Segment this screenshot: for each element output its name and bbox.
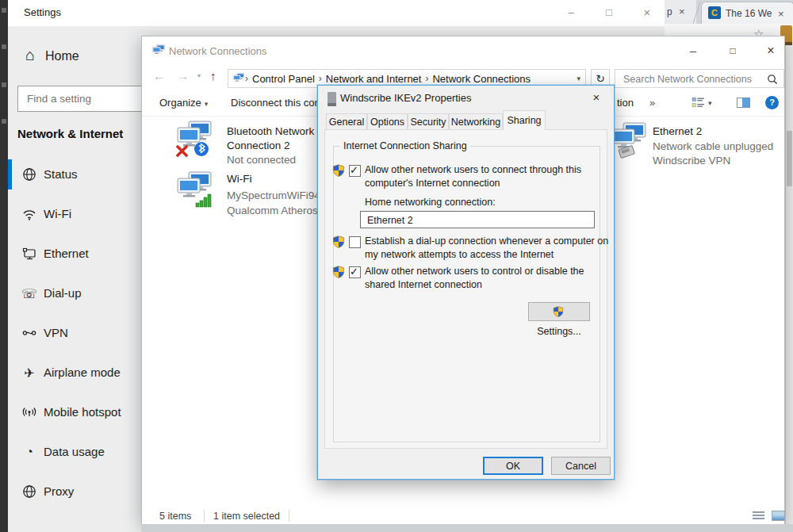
globe-icon bbox=[19, 472, 40, 511]
location-icon bbox=[232, 73, 245, 85]
sidebar-item-dialup[interactable]: ☏ Dial-up bbox=[8, 274, 141, 313]
browser-page-edge bbox=[785, 45, 793, 524]
breadcrumb-item[interactable]: Control Panel bbox=[252, 73, 315, 85]
tab-sharing[interactable]: Sharing bbox=[503, 110, 546, 130]
hotspot-icon bbox=[19, 392, 40, 432]
allow-control-checkbox[interactable] bbox=[349, 266, 361, 278]
status-bar: 5 items 1 item selected bbox=[142, 507, 784, 524]
close-icon[interactable]: × bbox=[679, 6, 685, 17]
allow-connect-checkbox[interactable] bbox=[349, 165, 361, 177]
search-input[interactable] bbox=[25, 92, 140, 105]
wifi-icon bbox=[19, 194, 40, 234]
internet-connection-sharing-group: Internet Connection Sharing bbox=[333, 146, 600, 442]
dialup-on-demand-checkbox[interactable] bbox=[349, 236, 361, 248]
background-window-edge bbox=[0, 0, 8, 532]
history-dropdown-icon[interactable]: ▾ bbox=[197, 72, 201, 79]
tab-general[interactable]: General bbox=[326, 113, 367, 129]
close-icon[interactable]: × bbox=[634, 3, 661, 22]
sidebar-item-vpn[interactable]: VPN bbox=[8, 313, 141, 353]
dialog-icon bbox=[328, 92, 336, 106]
dialog-title: Windscribe IKEv2 Properties bbox=[340, 92, 471, 104]
view-list-icon[interactable] bbox=[691, 97, 705, 112]
find-setting-searchbox[interactable] bbox=[17, 86, 143, 112]
settings-button[interactable]: Settings... bbox=[528, 302, 590, 321]
overflow-icon[interactable]: » bbox=[649, 97, 655, 109]
pc-ethernet-icon bbox=[610, 122, 648, 162]
help-icon[interactable]: ? bbox=[765, 96, 779, 109]
maximize-icon[interactable]: □ bbox=[596, 3, 623, 22]
screen: Settings – □ × ⌂ Home Network & Internet… bbox=[0, 0, 793, 532]
tab-security[interactable]: Security bbox=[408, 113, 449, 129]
settings-window-title: Settings bbox=[24, 6, 61, 18]
close-icon[interactable]: × bbox=[778, 8, 784, 20]
settings-titlebar[interactable]: Settings – □ × bbox=[8, 0, 665, 26]
phone-icon: ☏ bbox=[19, 274, 40, 313]
uac-shield-icon bbox=[332, 235, 345, 248]
explorer-window-title: Network Connections bbox=[169, 45, 267, 57]
sidebar-item-airplane-mode[interactable]: ✈ Airplane mode bbox=[8, 353, 141, 392]
sharing-tab-page: Internet Connection Sharing Allow other … bbox=[324, 129, 607, 449]
breadcrumb-item[interactable]: Network and Internet bbox=[326, 73, 422, 85]
search-icon bbox=[767, 74, 778, 88]
scrollbar[interactable] bbox=[787, 131, 792, 186]
preview-pane-icon[interactable] bbox=[737, 98, 750, 108]
uac-shield-icon bbox=[332, 164, 345, 177]
ok-button[interactable]: OK bbox=[483, 457, 543, 475]
sidebar-item-proxy[interactable]: Proxy bbox=[8, 472, 141, 511]
site-favicon: C bbox=[708, 6, 721, 19]
close-icon[interactable]: × bbox=[757, 40, 785, 61]
sidebar-item-ethernet[interactable]: Ethernet bbox=[8, 234, 141, 274]
home-icon: ⌂ bbox=[20, 46, 40, 64]
tab-title: The 16 We bbox=[726, 8, 775, 19]
home-networking-label: Home networking connection: bbox=[365, 197, 496, 208]
network-connections-icon bbox=[151, 44, 166, 61]
sidebar-item-data-usage[interactable]: ◔ Data usage bbox=[8, 432, 141, 472]
background-icon bbox=[2, 119, 6, 124]
refresh-icon: ↻ bbox=[596, 72, 605, 85]
minimize-icon[interactable]: – bbox=[679, 40, 707, 61]
details-view-icon[interactable] bbox=[753, 511, 764, 521]
sidebar-item-home[interactable]: Home bbox=[45, 49, 79, 63]
uac-shield-icon bbox=[332, 266, 345, 278]
background-icon bbox=[2, 8, 6, 13]
browser-tab-active[interactable]: C The 16 We × bbox=[701, 2, 793, 25]
group-label: Internet Connection Sharing bbox=[340, 140, 470, 151]
items-count: 5 items bbox=[159, 511, 191, 522]
view-dropdown-icon[interactable]: ▾ bbox=[708, 99, 712, 107]
close-icon[interactable]: × bbox=[588, 90, 604, 104]
tab-options[interactable]: Options bbox=[367, 113, 408, 129]
explorer-titlebar[interactable]: Network Connections – □ × bbox=[142, 36, 784, 67]
chevron-down-icon[interactable]: ▾ bbox=[577, 75, 580, 82]
search-input[interactable] bbox=[622, 73, 768, 86]
pc-bluetooth-icon bbox=[175, 121, 213, 160]
maximize-icon[interactable]: □ bbox=[718, 40, 747, 61]
chevron-icon: › bbox=[425, 73, 428, 84]
vpn-icon bbox=[19, 313, 40, 353]
thumbnail-view-icon[interactable] bbox=[772, 511, 785, 521]
browser-tabstrip: p × C The 16 We × bbox=[665, 0, 793, 24]
sidebar-item-mobile-hotspot[interactable]: Mobile hotspot bbox=[8, 392, 141, 432]
organize-button[interactable]: Organize▾ bbox=[159, 97, 208, 109]
home-networking-select[interactable] bbox=[360, 211, 595, 228]
background-icon bbox=[2, 44, 6, 49]
tab-networking[interactable]: Networking bbox=[449, 113, 503, 129]
home-networking-value[interactable] bbox=[366, 214, 591, 227]
sidebar-item-status[interactable]: Status bbox=[8, 155, 141, 194]
properties-dialog: Windscribe IKEv2 Properties × General Op… bbox=[317, 85, 615, 480]
airplane-icon: ✈ bbox=[19, 353, 40, 392]
page-title: Network & Internet bbox=[17, 127, 123, 140]
up-icon[interactable]: ↑ bbox=[210, 69, 216, 82]
globe-icon bbox=[19, 155, 40, 194]
browser-tab-partial[interactable]: p × bbox=[665, 0, 696, 24]
chevron-down-icon: ▾ bbox=[205, 100, 209, 108]
cancel-button[interactable]: Cancel bbox=[551, 457, 611, 475]
forward-icon[interactable]: → bbox=[177, 69, 189, 82]
minimize-icon[interactable]: – bbox=[557, 3, 584, 22]
explorer-searchbox[interactable] bbox=[615, 69, 784, 88]
back-icon[interactable]: ← bbox=[153, 69, 165, 82]
selection-count: 1 item selected bbox=[213, 511, 280, 522]
sidebar-item-wifi[interactable]: Wi-Fi bbox=[8, 194, 141, 234]
background-icon bbox=[2, 82, 6, 87]
breadcrumb-item[interactable]: Network Connections bbox=[432, 73, 531, 85]
desktop-strip bbox=[141, 524, 793, 532]
